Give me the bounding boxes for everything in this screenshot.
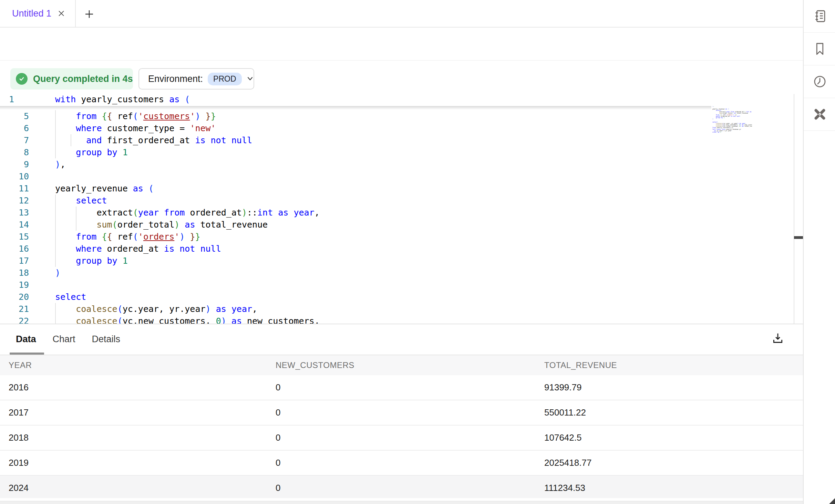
column-header: TOTAL_REVENUE <box>544 355 617 375</box>
column-header: YEAR <box>9 355 32 375</box>
table-cell: 2025418.77 <box>544 451 591 475</box>
table-row: 2016091399.79 <box>0 375 803 400</box>
code-line: 8 group by 1 <box>0 146 792 158</box>
code-line: 6 where customer_type = 'new' <box>0 122 792 134</box>
column-header: NEW_CUSTOMERS <box>276 355 354 375</box>
table-cell: 2016 <box>9 375 29 399</box>
notebook-outline-icon <box>813 9 827 23</box>
code-line: 1with yearly_customers as ( <box>0 93 792 105</box>
code-line: 12 select <box>0 195 792 207</box>
table-row: 20170550011.22 <box>0 400 803 426</box>
results-tab-chart[interactable]: Chart <box>53 334 75 345</box>
overview-ruler-cursor-marker <box>794 236 803 239</box>
new-tab-button[interactable] <box>83 8 96 21</box>
sticky-scroll-shadow <box>0 106 711 110</box>
outline-panel-button[interactable] <box>804 0 835 33</box>
table-scrollbar-track[interactable] <box>0 501 803 504</box>
table-cell: 107642.5 <box>544 426 581 450</box>
table-cell: 0 <box>276 426 280 450</box>
table-cell: 2018 <box>9 426 29 450</box>
code-line: 13 extract(year from ordered_at)::int as… <box>0 207 792 219</box>
results-tab-data[interactable]: Data <box>16 334 36 345</box>
bookmarks-panel-button[interactable] <box>804 33 835 65</box>
history-clock-icon <box>813 74 827 89</box>
code-line: 18) <box>0 267 792 279</box>
query-status-pill: Query completed in 4s <box>10 68 133 90</box>
code-line: 21 coalesce(yc.year, yr.year) as year, <box>0 303 792 315</box>
bookmark-icon <box>813 42 827 56</box>
table-cell: 2024 <box>9 476 29 500</box>
dbt-logo-icon <box>813 107 827 122</box>
table-row: 20180107642.5 <box>0 426 803 451</box>
code-line: 19 <box>0 279 792 291</box>
check-circle-icon <box>16 73 28 85</box>
results-tab-details[interactable]: Details <box>92 334 121 345</box>
table-cell: 2019 <box>9 451 29 475</box>
table-cell: 0 <box>276 451 280 475</box>
toolbar: Develop Run <box>0 28 803 61</box>
table-cell: 0 <box>276 476 280 500</box>
dbt-panel-button[interactable] <box>804 98 835 131</box>
table-row: 20240111234.53 <box>0 476 803 498</box>
table-cell: 0 <box>276 375 280 399</box>
document-tab-bar: Untitled 1 <box>0 0 803 28</box>
environment-label: Environment: <box>148 74 203 84</box>
environment-value-badge: PROD <box>208 73 241 85</box>
right-icon-rail <box>803 0 835 504</box>
table-cell: 91399.79 <box>544 375 581 399</box>
download-icon[interactable] <box>771 331 786 346</box>
app-window: Untitled 1 Develop <box>0 0 835 504</box>
results-panel: DataChartDetails YEARNEW_CUSTOMERSTOTAL_… <box>0 324 803 504</box>
code-line: 22 coalesce(yc.new_customers, 0) as new_… <box>0 315 792 324</box>
editor-scrollbar[interactable] <box>794 94 803 324</box>
code-line: 17 group by 1 <box>0 255 792 267</box>
plus-icon <box>84 9 94 19</box>
chevron-down-icon <box>247 76 254 81</box>
code-line: 16 where ordered_at is not null <box>0 243 792 255</box>
table-row: 201902025418.77 <box>0 451 803 476</box>
sql-editor[interactable]: 5 from {{ ref('customers') }}6 where cus… <box>0 93 803 324</box>
query-status-text: Query completed in 4s <box>33 74 133 84</box>
code-line: 15 from {{ ref('orders') }} <box>0 231 792 243</box>
minimap-line: order by 1 <box>712 132 752 133</box>
resize-corner-grip[interactable] <box>829 498 835 504</box>
code-line: 20select <box>0 291 792 303</box>
tab-untitled-1[interactable]: Untitled 1 <box>0 0 76 27</box>
code-line: 5 from {{ ref('customers') }} <box>0 110 792 122</box>
environment-selector[interactable]: Environment: PROD <box>138 68 254 90</box>
code-line: 11yearly_revenue as ( <box>0 182 792 195</box>
close-icon[interactable] <box>58 10 65 17</box>
main-area: Untitled 1 Develop <box>0 0 803 504</box>
table-cell: 111234.53 <box>544 476 585 500</box>
sticky-scroll-line: 1with yearly_customers as ( <box>0 93 792 106</box>
history-panel-button[interactable] <box>804 65 835 98</box>
code-line: 14 sum(order_total) as total_revenue <box>0 219 792 231</box>
status-row: Query completed in 4s Environment: PROD <box>0 61 803 93</box>
code-line: 9), <box>0 158 792 170</box>
code-line: 10 <box>0 170 792 182</box>
table-cell: 0 <box>276 400 280 424</box>
code-line: 7 and first_ordered_at is not null <box>0 134 792 146</box>
table-header-row: YEARNEW_CUSTOMERSTOTAL_REVENUE <box>0 355 803 375</box>
table-cell: 2017 <box>9 400 29 424</box>
table-cell: 550011.22 <box>544 400 586 424</box>
tab-title: Untitled 1 <box>12 8 51 19</box>
table-body: 2016091399.7920170550011.2220180107642.5… <box>0 375 803 501</box>
results-tab-bar: DataChartDetails <box>16 334 120 345</box>
